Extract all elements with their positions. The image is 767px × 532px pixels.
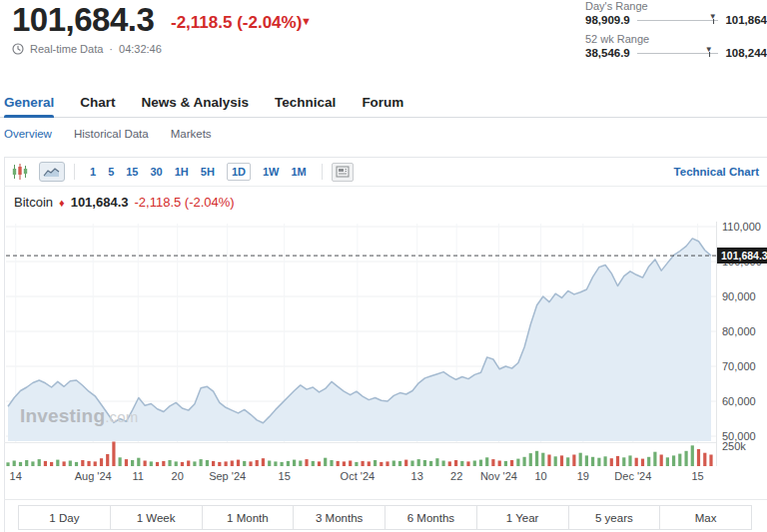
key-events-icon[interactable] xyxy=(332,163,354,182)
realtime-label: Real-time Data xyxy=(30,43,103,55)
days-range-track: ▼ xyxy=(637,20,719,21)
x-axis-label: 14 xyxy=(10,470,22,482)
y-axis-label: 80,000 xyxy=(722,325,756,337)
days-range-marker-icon: ▼ xyxy=(709,12,717,21)
period-selector: 1 Day 1 Week 1 Month 3 Months 6 Months 1… xyxy=(18,505,752,530)
y-axis-label: 110,000 xyxy=(722,221,761,233)
interval-30[interactable]: 30 xyxy=(151,166,163,178)
period-1-week[interactable]: 1 Week xyxy=(110,505,203,530)
52wk-range-track: ▼ xyxy=(637,53,719,54)
x-axis-label: Aug '24 xyxy=(75,470,112,482)
technical-chart-link[interactable]: Technical Chart xyxy=(674,166,759,178)
clock-icon xyxy=(12,43,24,55)
panel-bottom-separator xyxy=(4,499,767,500)
x-axis-label: Nov '24 xyxy=(480,470,517,482)
52wk-range-label: 52 wk Range xyxy=(585,33,767,45)
period-1-year[interactable]: 1 Year xyxy=(476,505,569,530)
tab-general[interactable]: General xyxy=(4,88,54,117)
days-range-label: Day's Range xyxy=(585,0,767,12)
candlestick-chart-icon[interactable] xyxy=(11,163,29,181)
interval-5h[interactable]: 5H xyxy=(201,166,215,178)
realtime-separator: · xyxy=(109,43,113,55)
x-axis-label: Oct '24 xyxy=(341,470,376,482)
tab-technical[interactable]: Technical xyxy=(275,88,336,117)
x-axis-label: 13 xyxy=(411,470,423,482)
interval-1d[interactable]: 1D xyxy=(227,163,251,181)
interval-1h[interactable]: 1H xyxy=(175,166,189,178)
x-axis-label: 10 xyxy=(535,470,547,482)
tab-news-analysis[interactable]: News & Analysis xyxy=(142,88,250,117)
chart-toolbar: 1 5 15 30 1H 5H 1D 1W 1M Technical Chart xyxy=(4,158,767,187)
period-1-month[interactable]: 1 Month xyxy=(202,505,295,530)
x-axis-label: 19 xyxy=(577,470,589,482)
period-6-months[interactable]: 6 Months xyxy=(384,505,477,530)
period-5-years[interactable]: 5 years xyxy=(568,505,661,530)
area-chart-icon[interactable] xyxy=(39,162,65,182)
ranges-block: Day's Range 98,909.9 ▼ 101,864 52 wk Ran… xyxy=(585,0,767,66)
days-range-low: 98,909.9 xyxy=(585,14,630,26)
52wk-range-row: 38,546.9 ▼ 108,244 xyxy=(585,47,767,59)
y-axis-label: 60,000 xyxy=(722,395,756,407)
interval-15[interactable]: 15 xyxy=(126,166,138,178)
toolbar-separator xyxy=(74,164,75,180)
legend-change: -2,118.5 (-2.04%) xyxy=(135,195,235,210)
chart-plot-area[interactable] xyxy=(6,220,715,469)
x-axis-label: Dec '24 xyxy=(614,470,651,482)
days-range-high: 101,864 xyxy=(725,14,767,26)
x-axis-label: 11 xyxy=(133,470,144,482)
subnav-overview[interactable]: Overview xyxy=(4,128,52,140)
main-tabs: General Chart News & Analysis Technical … xyxy=(0,88,767,118)
sub-navigation: Overview Historical Data Markets xyxy=(4,128,212,140)
current-price-tag: 101,684.3 xyxy=(717,248,767,264)
days-range-row: 98,909.9 ▼ 101,864 xyxy=(585,14,767,26)
x-axis-label: 22 xyxy=(450,470,462,482)
y-axis-label: 70,000 xyxy=(722,360,756,372)
toolbar-separator xyxy=(322,164,323,180)
price-down-arrow-icon: ▼ xyxy=(301,15,312,27)
legend-diamond-icon: ♦ xyxy=(59,197,65,209)
subnav-markets[interactable]: Markets xyxy=(171,128,212,140)
chart-legend: Bitcoin ♦ 101,684.3 -2,118.5 (-2.04%) xyxy=(14,195,235,210)
realtime-status: Real-time Data · 04:32:46 xyxy=(12,43,162,55)
x-axis-label: 15 xyxy=(279,470,291,482)
x-axis-label: Sep '24 xyxy=(209,470,246,482)
x-axis-label: 15 xyxy=(691,470,703,482)
interval-5[interactable]: 5 xyxy=(108,166,114,178)
price-change: -2,118.5 (-2.04%) xyxy=(171,13,302,33)
52wk-range-marker-icon: ▼ xyxy=(705,45,713,54)
period-1-day[interactable]: 1 Day xyxy=(18,505,111,530)
current-price: 101,684.3 xyxy=(12,1,154,39)
legend-symbol-name: Bitcoin xyxy=(14,195,53,210)
x-axis-label: 20 xyxy=(172,470,184,482)
period-max[interactable]: Max xyxy=(659,505,752,530)
y-axis-label: 90,000 xyxy=(722,290,756,302)
interval-1w[interactable]: 1W xyxy=(263,166,280,178)
interval-1[interactable]: 1 xyxy=(90,166,96,178)
realtime-time: 04:32:46 xyxy=(119,43,162,55)
volume-axis-label: 250k xyxy=(722,440,746,452)
52wk-range-high: 108,244 xyxy=(725,47,767,59)
tab-forum[interactable]: Forum xyxy=(362,88,403,117)
52wk-range-low: 38,546.9 xyxy=(585,47,630,59)
legend-price: 101,684.3 xyxy=(71,195,129,210)
subnav-historical-data[interactable]: Historical Data xyxy=(74,128,149,140)
interval-1m[interactable]: 1M xyxy=(291,166,306,178)
tab-chart[interactable]: Chart xyxy=(80,88,115,117)
period-3-months[interactable]: 3 Months xyxy=(293,505,385,530)
